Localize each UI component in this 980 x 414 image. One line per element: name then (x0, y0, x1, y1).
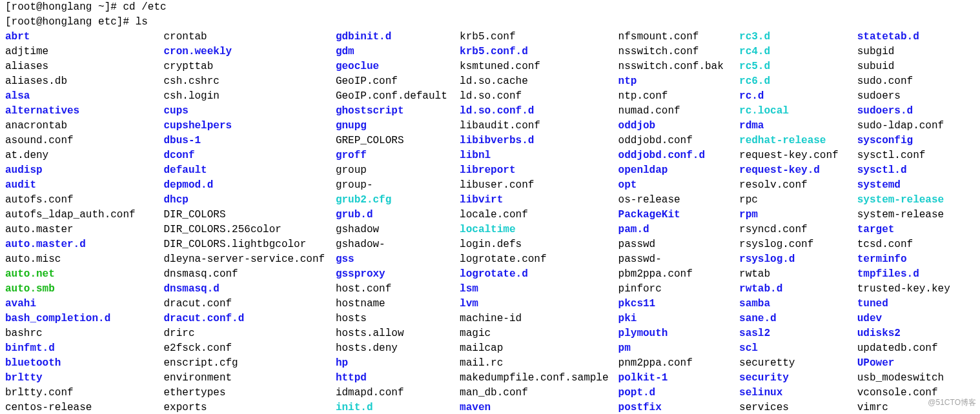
file-entry: group (336, 163, 460, 178)
file-entry: auto.net (5, 267, 163, 282)
file-entry: statetab.d (857, 30, 980, 44)
file-entry: sudoers.d (857, 104, 980, 119)
file-entry: sudo.conf (857, 74, 980, 89)
file-entry: at.deny (5, 148, 163, 163)
file-entry: crypttab (163, 59, 335, 74)
file-entry: popt.d (618, 386, 739, 400)
file-entry: redhat-release (739, 133, 857, 148)
file-entry: securetty (739, 356, 857, 371)
file-entry: ntp (618, 74, 739, 89)
file-entry: auto.master (5, 222, 163, 237)
file-entry: ghostscript (336, 104, 460, 119)
file-entry: rsyslog.conf (739, 237, 857, 252)
file-entry: alternatives (5, 104, 163, 119)
file-entry: GeoIP.conf (336, 74, 460, 89)
file-entry: pinforc (618, 282, 739, 297)
file-entry: dleyna-server-service.conf (163, 252, 335, 267)
file-entry: GeoIP.conf.default (336, 89, 460, 104)
file-entry: passwd- (618, 252, 739, 267)
file-entry: nsswitch.conf (618, 44, 739, 59)
file-entry: rsyslog.d (739, 252, 857, 267)
file-entry: DIR_COLORS.lightbgcolor (163, 237, 335, 252)
file-entry: krb5.conf.d (460, 44, 618, 59)
file-entry: crontab (163, 30, 335, 44)
file-entry: dhcp (163, 193, 335, 208)
file-entry: anacrontab (5, 119, 163, 133)
file-entry: plymouth (618, 326, 739, 341)
file-entry: opt (618, 178, 739, 193)
file-entry: man_db.conf (460, 386, 618, 400)
file-entry: request-key.conf (739, 148, 857, 163)
file-entry: rc.local (739, 104, 857, 119)
ls-column: crontabcron.weeklycrypttabcsh.cshrccsh.l… (163, 30, 335, 414)
file-entry: rc4.d (739, 44, 857, 59)
file-entry: gssproxy (336, 267, 460, 282)
file-entry: rc3.d (739, 30, 857, 44)
file-entry: rsyncd.conf (739, 222, 857, 237)
file-entry: localtime (460, 222, 618, 237)
file-entry: DIR_COLORS.256color (163, 222, 335, 237)
file-entry: aliases (5, 59, 163, 74)
file-entry: libibverbs.d (460, 133, 618, 148)
file-entry: oddjobd.conf (618, 133, 739, 148)
file-entry: enscript.cfg (163, 356, 335, 371)
file-entry: host.conf (336, 282, 460, 297)
file-entry: mailcap (460, 341, 618, 356)
file-entry: ld.so.cache (460, 74, 618, 89)
file-entry: gshadow- (336, 237, 460, 252)
ls-column: gdbinit.dgdmgeoclueGeoIP.confGeoIP.conf.… (336, 30, 460, 414)
file-entry: GREP_COLORS (336, 133, 460, 148)
file-entry: drirc (163, 326, 335, 341)
file-entry: audisp (5, 163, 163, 178)
file-entry: tuned (857, 297, 980, 311)
file-entry: nsswitch.conf.bak (618, 59, 739, 74)
file-entry: tcsd.conf (857, 237, 980, 252)
file-entry: adjtime (5, 44, 163, 59)
file-entry: libaudit.conf (460, 119, 618, 133)
file-entry: binfmt.d (5, 341, 163, 356)
file-entry: pkcs11 (618, 297, 739, 311)
file-entry: grub.d (336, 208, 460, 222)
file-entry: libnl (460, 148, 618, 163)
file-entry: sysconfig (857, 133, 980, 148)
file-entry: pki (618, 311, 739, 326)
file-entry: sysctl.conf (857, 148, 980, 163)
ls-column: statetab.dsubgidsubuidsudo.confsudoerssu… (857, 30, 980, 414)
file-entry: hosts.allow (336, 326, 460, 341)
file-entry: gshadow (336, 222, 460, 237)
file-entry: avahi (5, 297, 163, 311)
file-entry: exports (163, 400, 335, 414)
file-entry: systemd (857, 178, 980, 193)
file-entry: rpc (739, 193, 857, 208)
file-entry: cups (163, 104, 335, 119)
file-entry: brltty (5, 371, 163, 386)
file-entry: alsa (5, 89, 163, 104)
file-entry: bluetooth (5, 356, 163, 371)
file-entry: auto.smb (5, 282, 163, 297)
watermark-text: @51CTO博客 (928, 395, 976, 410)
file-entry: grub2.cfg (336, 193, 460, 208)
prompt-line-1: [root@honglang ~]# cd /etc (0, 0, 980, 15)
file-entry: tmpfiles.d (857, 267, 980, 282)
file-entry: sudoers (857, 89, 980, 104)
file-entry: init.d (336, 400, 460, 414)
file-entry: services (739, 400, 857, 414)
file-entry: usb_modeswitch (857, 371, 980, 386)
file-entry: magic (460, 326, 618, 341)
terminal-output: [root@honglang ~]# cd /etc [root@honglan… (0, 0, 980, 414)
file-entry: aliases.db (5, 74, 163, 89)
file-entry: numad.conf (618, 104, 739, 119)
file-entry: target (857, 222, 980, 237)
file-entry: lvm (460, 297, 618, 311)
file-entry: environment (163, 371, 335, 386)
file-entry: ntp.conf (618, 89, 739, 104)
file-entry: rc6.d (739, 74, 857, 89)
file-entry: logrotate.d (460, 267, 618, 282)
file-entry: samba (739, 297, 857, 311)
file-entry: dracut.conf.d (163, 311, 335, 326)
file-entry: udev (857, 311, 980, 326)
file-entry: pam.d (618, 222, 739, 237)
ls-output: abrtadjtimealiasesaliases.dbalsaalternat… (0, 30, 980, 414)
file-entry: gdbinit.d (336, 30, 460, 44)
ls-column: nfsmount.confnsswitch.confnsswitch.conf.… (618, 30, 739, 414)
